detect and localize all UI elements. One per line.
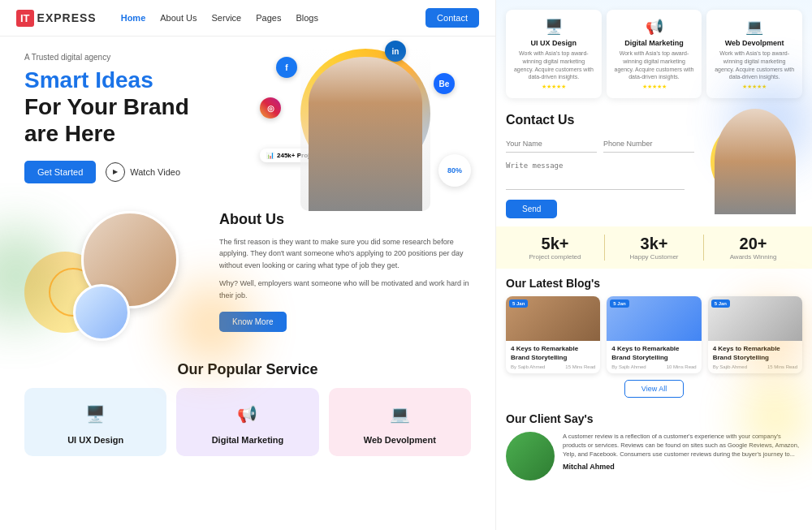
rs-card-marketing: 📢 Digital Marketing Work with Asia's top…: [607, 10, 702, 98]
about-title: About Us: [219, 211, 471, 228]
blog-meta-1: By Sajib Ahmed 15 Mins Read: [511, 364, 595, 369]
nav-pages[interactable]: Pages: [256, 13, 281, 23]
logo-icon: IT: [16, 10, 34, 27]
stat-projects-label: Project completed: [506, 253, 604, 261]
rs-marketing-desc: Work with Asia's top award-winning digit…: [613, 50, 696, 81]
blog-card-title-3: 4 Keys to Remarkable Brand Storytelling: [713, 345, 797, 362]
nav-home[interactable]: Home: [121, 13, 146, 23]
blog-date-3: 5 Jan: [711, 299, 730, 308]
rs-uiux-desc: Work with Asia's top award-winning digit…: [512, 50, 595, 81]
stat-awards: 20+ Awards Winning: [704, 235, 802, 261]
service-card-webdev: 💻 Web Devolpment: [329, 388, 471, 456]
contact-message-textarea[interactable]: [506, 157, 685, 190]
blog-date-1: 5 Jan: [509, 299, 528, 308]
webdev-icon: 💻: [385, 399, 414, 429]
blog-img-2: 5 Jan: [607, 296, 701, 341]
blog-date-2: 5 Jan: [610, 299, 628, 308]
service-card-marketing: 📢 Digital Marketing: [176, 388, 318, 456]
navbar: IT EXPRESS Home About Us Service Pages B…: [0, 0, 495, 37]
contact-person-image: [715, 109, 796, 214]
watch-video-button[interactable]: ▶ Watch Video: [106, 162, 180, 182]
blog-card-2: 5 Jan 4 Keys to Remarkable Brand Storyte…: [607, 296, 701, 373]
hero-section: A Trusted digital agency Smart Ideas For…: [0, 37, 495, 199]
instagram-icon: ◎: [260, 97, 281, 118]
blog-content-1: 4 Keys to Remarkable Brand Storytelling …: [506, 341, 600, 373]
blog-meta-2: By Sajib Ahmed 10 Mins Read: [611, 364, 696, 369]
service-card-uiux: 🖥️ UI UX Design: [24, 388, 166, 456]
left-panel: IT EXPRESS Home About Us Service Pages B…: [0, 0, 495, 530]
nav-service[interactable]: Service: [212, 13, 242, 23]
right-panel: 🖥️ UI UX Design Work with Asia's top awa…: [495, 0, 812, 530]
webdev-title: Web Devolpment: [340, 435, 460, 445]
rs-card-uiux: 🖥️ UI UX Design Work with Asia's top awa…: [506, 10, 602, 98]
about-section: About Us The first reason is they want t…: [0, 199, 495, 353]
client-review: A customer review is a reflection of a c…: [563, 432, 802, 459]
progress-value: 80%: [447, 166, 462, 175]
blog-card-3: 5 Jan 4 Keys to Remarkable Brand Storyte…: [708, 296, 802, 373]
rs-marketing-stars: ★★★★★: [613, 84, 696, 90]
nav-about[interactable]: About Us: [160, 13, 197, 23]
blog-card-title-2: 4 Keys to Remarkable Brand Storytelling: [611, 345, 696, 362]
nav-blogs[interactable]: Blogs: [296, 13, 318, 23]
blog-card-1: 5 Jan 4 Keys to Remarkable Brand Storyte…: [506, 296, 600, 373]
contact-name-phone-row: [506, 136, 685, 153]
logo-it-text: IT: [20, 12, 30, 24]
client-name: Mitchal Ahmed: [563, 463, 802, 471]
stat-projects: 5k+ Project completed: [506, 235, 605, 261]
about-small-image: [73, 284, 130, 341]
logo-express-text: EXPRESS: [37, 11, 97, 24]
about-para-1: The first reason is they want to make su…: [219, 236, 471, 271]
client-text: A customer review is a reflection of a c…: [563, 432, 802, 471]
contact-form: Send: [506, 136, 685, 218]
rs-uiux-title: UI UX Design: [512, 39, 595, 47]
blog-author-1: By Sajib Ahmed: [511, 364, 545, 369]
services-title: Our Popular Service: [24, 361, 471, 378]
blog-readtime-3: 15 Mins Read: [767, 364, 797, 369]
contact-name-input[interactable]: [506, 136, 597, 153]
progress-badge: 80%: [438, 154, 471, 187]
get-started-button[interactable]: Get Started: [24, 161, 96, 183]
hero-person-image: [300, 49, 430, 211]
rs-card-webdev: 💻 Web Devolpment Work with Asia's top aw…: [706, 10, 802, 98]
about-content: About Us The first reason is they want t…: [219, 211, 471, 332]
rs-webdev-desc: Work with Asia's top award-winning digit…: [713, 50, 796, 81]
rs-webdev-icon: 💻: [713, 18, 796, 36]
stat-awards-label: Awards Winning: [704, 253, 802, 261]
stat-awards-number: 20+: [704, 235, 802, 253]
service-cards: 🖥️ UI UX Design 📢 Digital Marketing 💻 We…: [24, 388, 471, 456]
blog-author-3: By Sajib Ahmed: [713, 364, 747, 369]
know-more-button[interactable]: Know More: [219, 312, 287, 332]
contact-person-area: [678, 105, 808, 226]
blog-title: Our Latest Blog's: [506, 277, 802, 290]
hero-image-area: in Be f ◎ 📊 245k+ Projects done 80%: [252, 32, 479, 211]
blog-section: Our Latest Blog's 5 Jan 4 Keys to Remark…: [496, 269, 812, 406]
stat-customers: 3k+ Happy Customer: [605, 235, 704, 261]
blog-img-1: 5 Jan: [506, 296, 600, 341]
logo: IT EXPRESS: [16, 10, 97, 27]
blog-content-3: 4 Keys to Remarkable Brand Storytelling …: [708, 341, 802, 373]
blog-cards: 5 Jan 4 Keys to Remarkable Brand Storyte…: [506, 296, 802, 373]
right-service-row: 🖥️ UI UX Design Work with Asia's top awa…: [496, 0, 812, 105]
stats-row: 5k+ Project completed 3k+ Happy Customer…: [496, 226, 812, 269]
about-para-2: Why? Well, employers want someone who wi…: [219, 278, 471, 301]
facebook-icon: f: [276, 57, 297, 78]
behance-icon: Be: [434, 73, 455, 94]
marketing-icon: 📢: [233, 399, 262, 429]
marketing-title: Digital Marketing: [188, 435, 307, 445]
rs-webdev-stars: ★★★★★: [713, 84, 796, 90]
blog-readtime-2: 10 Mins Read: [667, 364, 697, 369]
uiux-title: UI UX Design: [36, 435, 155, 445]
view-all-button[interactable]: View All: [624, 380, 684, 398]
client-content: A customer review is a reflection of a c…: [506, 432, 802, 480]
contact-button[interactable]: Contact: [425, 8, 479, 28]
blog-content-2: 4 Keys to Remarkable Brand Storytelling …: [607, 341, 701, 373]
rs-uiux-stars: ★★★★★: [512, 84, 595, 90]
stat-projects-number: 5k+: [506, 235, 604, 253]
uiux-icon: 🖥️: [81, 399, 110, 429]
services-section: Our Popular Service 🖥️ UI UX Design 📢 Di…: [0, 353, 495, 464]
about-images: [24, 211, 203, 341]
blog-meta-3: By Sajib Ahmed 15 Mins Read: [713, 364, 797, 369]
client-avatar: [506, 432, 555, 480]
blog-readtime-1: 15 Mins Read: [565, 364, 595, 369]
send-button[interactable]: Send: [506, 200, 557, 218]
